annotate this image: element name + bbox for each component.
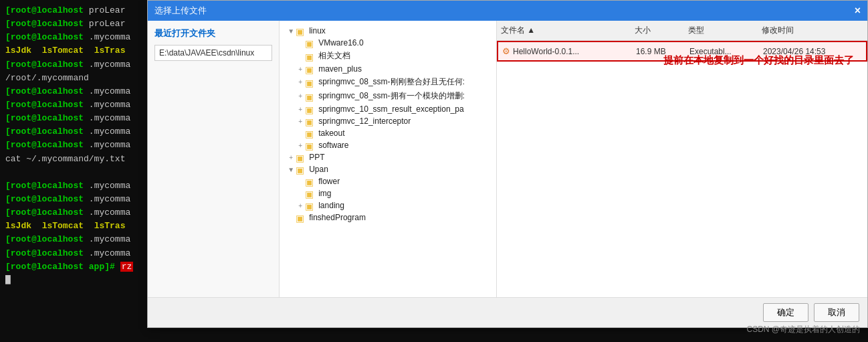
folder-icon-flower: [305, 177, 316, 186]
folder-icon-upan: [296, 165, 306, 174]
recent-folders-label: 最近打开文件夹: [154, 27, 272, 39]
upload-dialog: 选择上传文件 × 最近打开文件夹 E:\data\JAVAEE\csdn\lin…: [147, 0, 868, 328]
tree-item-maven[interactable]: + maven_plus: [280, 63, 496, 75]
folder-icon-landing: [305, 201, 316, 210]
expander-takeout: [296, 130, 305, 137]
tree-label-ppt: PPT: [309, 153, 324, 162]
tree-label-software: software: [318, 141, 348, 150]
tree-item-upan[interactable]: ▼ Upan: [280, 163, 496, 175]
tree-label-ssm2: springmvc_08_ssm-拥有一个模块的增删:: [318, 90, 465, 102]
tree-label-takeout: takeout: [318, 129, 344, 138]
folder-icon-vmware: [305, 38, 316, 48]
file-list-panel: 文件名 ▲ 大小 类型 修改时间 HelloWorld-0.0.1... 16.…: [497, 21, 867, 297]
expander-ssm12: +: [296, 118, 305, 125]
folder-icon-software: [305, 141, 316, 150]
folder-icon-ssm10: [305, 104, 316, 114]
folder-icon-finshed: [296, 213, 306, 222]
expander-ssm1: +: [296, 78, 305, 86]
tree-item-flower[interactable]: flower: [280, 175, 496, 187]
tree-item-ssm12[interactable]: + springmvc_12_interceptor: [280, 115, 496, 127]
rz-command: rz: [120, 262, 134, 272]
tree-item-landing[interactable]: + landing: [280, 199, 496, 211]
tree-item-vmware[interactable]: VMware16.0: [280, 37, 496, 49]
folder-icon-maven: [305, 64, 316, 74]
expander-docs: [296, 52, 305, 60]
watermark: CSDN @奇迹是执着的人创造的: [746, 324, 860, 335]
recent-path: E:\data\JAVAEE\csdn\linux: [154, 45, 272, 61]
file-tree[interactable]: ▼ linux VMware16.0 相关文档 + maven_plus: [280, 21, 497, 297]
tree-item-img[interactable]: img: [280, 187, 496, 199]
folder-icon-img: [305, 189, 316, 198]
folder-icon-ppt: [296, 153, 306, 162]
tree-label-landing: landing: [318, 201, 344, 210]
tree-label-vmware: VMware16.0: [318, 38, 363, 48]
tree-item-finshed[interactable]: finshedProgram: [280, 211, 496, 224]
folder-icon-ssm12: [305, 116, 316, 126]
col-header-size: 大小: [631, 23, 684, 37]
expander-finshed: [286, 214, 296, 222]
tree-item-linux[interactable]: ▼ linux: [280, 25, 496, 37]
expander-ssm10: +: [296, 106, 305, 113]
close-button[interactable]: ×: [855, 5, 861, 17]
dialog-titlebar: 选择上传文件 ×: [148, 1, 867, 21]
annotation-text: 提前在本地复制到一个好找的目录里面去了: [663, 54, 854, 67]
tree-item-docs[interactable]: 相关文档: [280, 49, 496, 63]
tree-item-ssm2[interactable]: + springmvc_08_ssm-拥有一个模块的增删:: [280, 89, 496, 103]
expander-software: +: [296, 142, 305, 149]
tree-label-upan: Upan: [309, 165, 328, 174]
tree-item-ssm1[interactable]: + springmvc_08_ssm-刚刚整合好且无任何:: [280, 75, 496, 89]
tree-item-ssm10[interactable]: + springmvc_10_ssm_result_exception_pa: [280, 103, 496, 115]
folder-icon-docs: [305, 52, 316, 61]
file-list-header: 文件名 ▲ 大小 类型 修改时间: [497, 21, 867, 41]
dialog-footer: 确定 取消: [148, 297, 867, 327]
tree-label-maven: maven_plus: [318, 64, 362, 74]
expander-linux: ▼: [286, 27, 296, 35]
left-panel: 最近打开文件夹 E:\data\JAVAEE\csdn\linux: [148, 21, 280, 297]
col-header-type: 类型: [684, 23, 758, 37]
expander-landing: +: [296, 202, 305, 209]
tree-label-flower: flower: [318, 177, 340, 186]
file-name: HelloWorld-0.0.1...: [498, 45, 632, 58]
cancel-button[interactable]: 取消: [814, 303, 859, 322]
tree-label-ssm12: springmvc_12_interceptor: [318, 116, 411, 126]
executable-icon: [502, 47, 513, 56]
expander-img: [296, 190, 305, 197]
tree-label-docs: 相关文档: [318, 50, 350, 62]
confirm-button[interactable]: 确定: [763, 303, 808, 322]
tree-label-ssm10: springmvc_10_ssm_result_exception_pa: [318, 104, 463, 114]
tree-label-img: img: [318, 189, 331, 198]
expander-upan: ▼: [286, 166, 296, 173]
folder-icon-ssm2: [305, 92, 316, 101]
col-header-name: 文件名 ▲: [497, 23, 631, 37]
folder-icon-takeout: [305, 129, 316, 138]
tree-item-takeout[interactable]: takeout: [280, 127, 496, 139]
folder-icon-linux: [296, 26, 306, 35]
folder-icon-ssm1: [305, 78, 316, 87]
expander-vmware: [296, 39, 305, 47]
expander-maven: +: [296, 66, 305, 73]
tree-label-linux: linux: [309, 26, 326, 35]
expander-ppt: +: [286, 154, 296, 161]
col-header-date: 修改时间: [758, 23, 865, 37]
expander-ssm2: +: [296, 92, 305, 100]
tree-item-software[interactable]: + software: [280, 139, 496, 151]
tree-item-ppt[interactable]: + PPT: [280, 151, 496, 163]
dialog-title: 选择上传文件: [154, 5, 207, 17]
tree-label-ssm1: springmvc_08_ssm-刚刚整合好且无任何:: [318, 76, 465, 88]
tree-label-finshed: finshedProgram: [309, 213, 366, 222]
dialog-body: 最近打开文件夹 E:\data\JAVAEE\csdn\linux ▼ linu…: [148, 21, 867, 297]
expander-flower: [296, 178, 305, 185]
